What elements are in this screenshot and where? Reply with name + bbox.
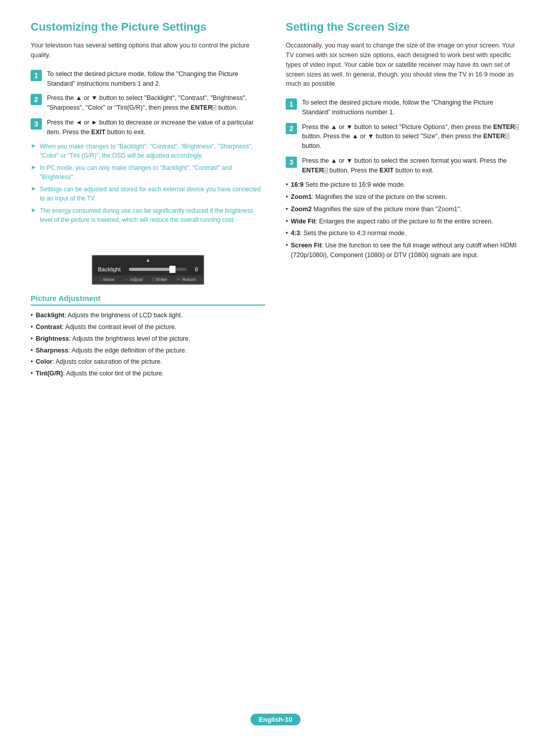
right-column: Setting the Screen Size Occasionally, yo… (286, 20, 520, 693)
list-item: Screen Fit: Use the function to see the … (286, 241, 520, 260)
list-item: Tint(G/R): Adjusts the color tint of the… (31, 369, 265, 379)
screen-footer-adjust: ↔ Adjust (124, 277, 143, 282)
screen-body: Backlight 8 (93, 263, 203, 275)
item-bold: Zoom1 (291, 193, 312, 200)
screen-row: Backlight 8 (98, 266, 198, 272)
screen-footer-return: ↩ Return (177, 277, 196, 282)
right-step-text-2: Press the ▲ or ▼ button to select "Pictu… (302, 122, 520, 151)
note-text-3: Settings can be adjusted and stored for … (40, 185, 265, 203)
item-rest: Sets the picture to 16:9 wide mode. (304, 181, 405, 188)
screen-bar-bg (129, 268, 187, 271)
picture-adjustment-title: Picture Adjustment (31, 294, 265, 306)
step-text-3: Press the ◄ or ► button to decrease or i… (47, 118, 265, 137)
screen-value: 8 (190, 266, 198, 272)
screen-footer-move: ↕ Move (100, 277, 115, 282)
item-bold: Tint(G/R) (36, 370, 63, 377)
page: Customizing the Picture Settings Your te… (0, 0, 551, 756)
screen-mockup: ▲ Backlight 8 ↕ (92, 255, 204, 285)
list-item: Zoom1: Magnifies the size of the picture… (286, 192, 520, 202)
right-step-3: 3 Press the ▲ or ▼ button to select the … (286, 156, 520, 175)
item-rest: : Adjusts the edge definition of the pic… (68, 347, 187, 354)
item-bold: Sharpness (36, 347, 68, 354)
right-bullets-list: 16:9 Sets the picture to 16:9 wide mode.… (286, 180, 520, 260)
item-rest: : Adjusts the color tint of the picture. (63, 370, 164, 377)
item-rest: : Enlarges the aspect ratio of the pictu… (316, 218, 493, 225)
step-number-3: 3 (31, 118, 42, 130)
step-number-1: 1 (31, 70, 42, 81)
item-rest: : Adjusts the brightness of LCD back lig… (64, 312, 182, 319)
right-step-1: 1 To select the desired picture mode, fo… (286, 98, 520, 117)
list-item: Zoom2 Magnifies the size of the picture … (286, 205, 520, 214)
item-bold: Wide Fit (291, 218, 316, 225)
list-item: Color: Adjusts color saturation of the p… (31, 357, 265, 367)
footer-badge: English-10 (251, 714, 300, 725)
item-rest: Magnifies the size of the picture more t… (312, 206, 462, 213)
screen-bar-fill (129, 268, 172, 271)
item-rest: : Adjusts the brightness level of the pi… (69, 335, 190, 342)
right-step-2: 2 Press the ▲ or ▼ button to select "Pic… (286, 122, 520, 151)
item-rest: : Adjusts the contrast level of the pict… (62, 323, 176, 331)
note-arrow-1: ➤ (31, 142, 37, 149)
columns: Customizing the Picture Settings Your te… (31, 20, 520, 693)
screen-footer: ↕ Move ↔ Adjust ⌻ Enter ↩ (93, 275, 203, 284)
step-text-2: Press the ▲ or ▼ button to select "Backl… (47, 93, 265, 113)
adjust-icon: ↔ (124, 277, 129, 282)
note-1: ➤ When you make changes to "Backlight", … (31, 142, 265, 160)
list-item: 4:3: Sets the picture to 4:3 normal mode… (286, 229, 520, 238)
screen-footer-adjust-label: Adjust (130, 277, 143, 282)
screen-footer-move-label: Move (103, 277, 114, 282)
picture-adjustment: Picture Adjustment Backlight: Adjusts th… (31, 294, 265, 379)
page-footer: English-10 (31, 714, 520, 725)
note-arrow-4: ➤ (31, 207, 37, 214)
step-number-2: 2 (31, 94, 42, 105)
screen-footer-enter-label: Enter (156, 277, 167, 282)
screen-mockup-container: ▲ Backlight 8 ↕ (31, 240, 265, 285)
right-step-number-1: 1 (286, 98, 297, 110)
item-bold: 16:9 (291, 181, 304, 188)
picture-adjustment-list: Backlight: Adjusts the brightness of LCD… (31, 311, 265, 379)
left-section-title: Customizing the Picture Settings (31, 20, 265, 34)
right-intro: Occasionally, you may want to change the… (286, 41, 520, 89)
right-step-text-3: Press the ▲ or ▼ button to select the sc… (302, 156, 520, 175)
screen-bar-thumb (169, 266, 176, 273)
right-step-text-1: To select the desired picture mode, foll… (302, 98, 520, 117)
left-steps: 1 To select the desired picture mode, fo… (31, 69, 265, 137)
left-intro: Your television has several setting opti… (31, 41, 265, 60)
move-icon: ↕ (100, 277, 103, 282)
item-bold: Contrast (36, 323, 62, 331)
note-2: ➤ In PC mode, you can only make changes … (31, 163, 265, 182)
right-step-number-3: 3 (286, 157, 297, 168)
left-step-1: 1 To select the desired picture mode, fo… (31, 69, 265, 89)
screen-footer-return-label: Return (182, 277, 196, 282)
screen-footer-enter: ⌻ Enter (153, 277, 167, 282)
return-icon: ↩ (177, 277, 181, 282)
list-item: 16:9 Sets the picture to 16:9 wide mode. (286, 180, 520, 190)
item-bold: Screen Fit (291, 242, 321, 249)
item-bold: Zoom2 (291, 206, 312, 213)
left-column: Customizing the Picture Settings Your te… (31, 20, 265, 693)
left-step-3: 3 Press the ◄ or ► button to decrease or… (31, 118, 265, 137)
item-rest: : Adjusts color saturation of the pictur… (53, 358, 162, 365)
note-3: ➤ Settings can be adjusted and stored fo… (31, 185, 265, 203)
right-step-number-2: 2 (286, 123, 297, 134)
screen-label: Backlight (98, 266, 126, 272)
note-4: ➤ The energy consumed during use can be … (31, 206, 265, 224)
note-text-2: In PC mode, you can only make changes to… (40, 163, 265, 182)
step-text-1: To select the desired picture mode, foll… (47, 69, 265, 89)
list-item: Backlight: Adjusts the brightness of LCD… (31, 311, 265, 320)
item-bold: 4:3 (291, 230, 300, 237)
left-step-2: 2 Press the ▲ or ▼ button to select "Bac… (31, 93, 265, 113)
item-rest: : Magnifies the size of the picture on t… (312, 193, 447, 200)
list-item: Contrast: Adjusts the contrast level of … (31, 322, 265, 332)
note-arrow-2: ➤ (31, 164, 37, 171)
note-text-4: The energy consumed during use can be si… (40, 206, 265, 224)
item-bold: Color (36, 358, 53, 365)
note-text-1: When you make changes to "Backlight", "C… (40, 142, 265, 160)
list-item: Sharpness: Adjusts the edge definition o… (31, 346, 265, 356)
list-item: Brightness: Adjusts the brightness level… (31, 334, 265, 344)
list-item: Wide Fit: Enlarges the aspect ratio of t… (286, 217, 520, 226)
right-steps: 1 To select the desired picture mode, fo… (286, 98, 520, 175)
note-arrow-3: ➤ (31, 185, 37, 192)
item-rest: : Use the function to see the full image… (291, 242, 516, 259)
item-bold: Backlight (36, 312, 64, 319)
